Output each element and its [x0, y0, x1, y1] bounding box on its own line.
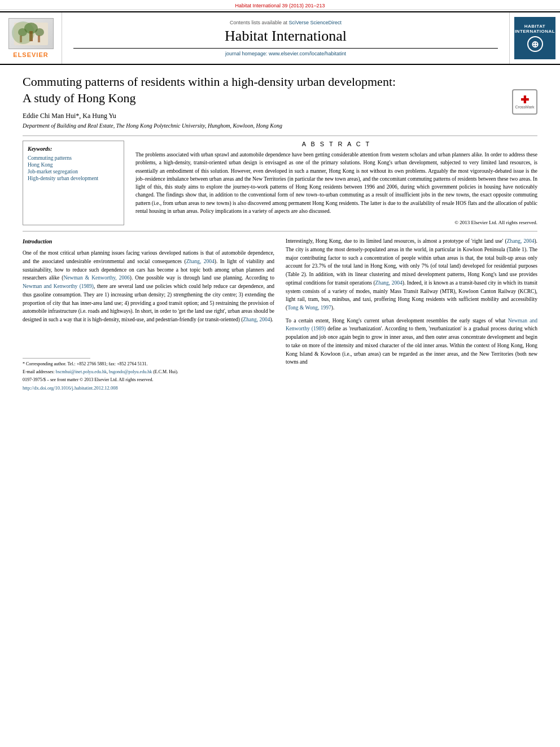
footnotes-area: * Corresponding author. Tel.: +852 2766 …: [23, 358, 274, 392]
habitat-logo: HABITATINTERNATIONAL ⊕: [514, 17, 555, 59]
elsevier-logo: ELSEVIER: [8, 18, 54, 58]
keywords-title: Keywords:: [28, 146, 119, 152]
rule-1: [23, 136, 537, 136]
zhang2004-link-2[interactable]: Zhang, 2004: [243, 317, 270, 322]
keyword-2: Hong Kong: [28, 162, 119, 168]
abstract-col: A B S T R A C T The problems associated …: [135, 141, 537, 225]
body-col-left: Introduction One of the most critical ur…: [23, 237, 274, 392]
keyword-4: High-density urban development: [28, 176, 119, 181]
journal-reference: Habitat International 39 (2013) 201–213: [235, 3, 325, 8]
svg-rect-2: [29, 31, 33, 41]
email-2-link[interactable]: bsgondo@polyu.edu.hk: [109, 369, 152, 374]
newman2006-link[interactable]: Newman & Kenworthy, 2006: [63, 275, 129, 281]
intro-paragraph-2: Interestingly, Hong Kong, due to its lim…: [286, 237, 537, 312]
zhang2004-link-4[interactable]: Zhang, 2004: [375, 280, 403, 286]
intro-paragraph-3: To a certain extent, Hong Kong's current…: [286, 317, 537, 366]
tong1997-link[interactable]: Tong & Wong, 1997: [287, 305, 331, 311]
globe-icon: ⊕: [527, 36, 543, 52]
email-suffix: (E.C.M. Hui).: [153, 369, 178, 374]
footnote-email: E-mail addresses: bscmhui@inet.polyu.edu…: [23, 369, 274, 375]
abstract-header: A B S T R A C T: [135, 141, 537, 147]
zhang2004-link-1[interactable]: Zhang, 2004: [186, 259, 215, 264]
keywords-box: Keywords: Commuting patterns Hong Kong J…: [23, 141, 124, 225]
email-1-link[interactable]: bscmhui@inet.polyu.edu.hk: [56, 369, 107, 374]
footnote-corresponding: * Corresponding author. Tel.: +852 2766 …: [23, 361, 274, 368]
article-content: Commuting patterns of residents within a…: [0, 65, 560, 404]
top-bar: Habitat International 39 (2013) 201–213: [0, 0, 560, 10]
page: Habitat International 39 (2013) 201–213: [0, 0, 560, 747]
footnote-doi: http://dx.doi.org/10.1016/j.habitatint.2…: [23, 385, 274, 392]
habitat-logo-area: HABITATINTERNATIONAL ⊕: [509, 12, 560, 64]
intro-paragraph-1: One of the most critical urban planning …: [23, 249, 274, 324]
keyword-1: Commuting patterns: [28, 155, 119, 161]
journal-title: Habitat International: [225, 28, 347, 45]
homepage-line: journal homepage: www.elsevier.com/locat…: [225, 51, 346, 56]
email-label: E-mail addresses:: [23, 369, 55, 374]
crossmark-icon: ✚: [520, 95, 529, 105]
doi-link[interactable]: http://dx.doi.org/10.1016/j.habitatint.2…: [23, 385, 118, 391]
journal-header: ELSEVIER Contents lists available at Sci…: [0, 11, 560, 65]
crossmark-area: ✚ CrossMark: [512, 89, 537, 115]
body-col-right: Interestingly, Hong Kong, due to its lim…: [286, 237, 537, 392]
body-section: Introduction One of the most critical ur…: [23, 237, 537, 392]
svg-rect-5: [20, 36, 22, 42]
introduction-title: Introduction: [23, 237, 274, 246]
zhang2004-link-3[interactable]: Zhang, 2004: [507, 238, 535, 244]
footnote-issn: 0197-3975/$ – see front matter © 2013 El…: [23, 377, 274, 383]
sciverse-line: Contents lists available at SciVerse Sci…: [230, 20, 342, 25]
sciverse-link[interactable]: SciVerse ScienceDirect: [289, 20, 342, 25]
crossmark-label: CrossMark: [515, 105, 535, 109]
homepage-link[interactable]: journal homepage: www.elsevier.com/locat…: [225, 51, 346, 56]
crossmark-badge: ✚ CrossMark: [512, 89, 537, 115]
elsevier-text: ELSEVIER: [13, 51, 48, 58]
sciverse-prefix: Contents lists available at: [230, 20, 287, 25]
journal-title-area: Contents lists available at SciVerse Sci…: [62, 12, 509, 64]
abstract-section: Keywords: Commuting patterns Hong Kong J…: [23, 141, 537, 225]
footnote-divider: [23, 358, 90, 359]
header-divider: [73, 48, 498, 49]
article-title: Commuting patterns of residents within a…: [23, 74, 406, 106]
elsevier-tree-icon: [8, 18, 54, 49]
abstract-text: The problems associated with urban spraw…: [135, 151, 537, 215]
affiliation: Department of Building and Real Estate, …: [23, 123, 537, 129]
habitat-text: HABITATINTERNATIONAL: [515, 24, 555, 34]
copyright: © 2013 Elsevier Ltd. All rights reserved…: [135, 220, 537, 225]
svg-point-3: [18, 28, 27, 36]
newman1989-link-1[interactable]: Newman and Kenworthy (1989): [23, 283, 94, 289]
rule-2: [23, 231, 537, 231]
authors: Eddie Chi Man Hui*, Ka Hung Yu: [23, 112, 537, 120]
newman1989-link-2[interactable]: Newman and Kenworthy (1989): [286, 318, 537, 332]
elsevier-logo-area: ELSEVIER: [0, 12, 62, 64]
svg-rect-6: [38, 36, 40, 42]
keyword-3: Job-market segregation: [28, 169, 119, 174]
svg-point-4: [35, 28, 44, 36]
